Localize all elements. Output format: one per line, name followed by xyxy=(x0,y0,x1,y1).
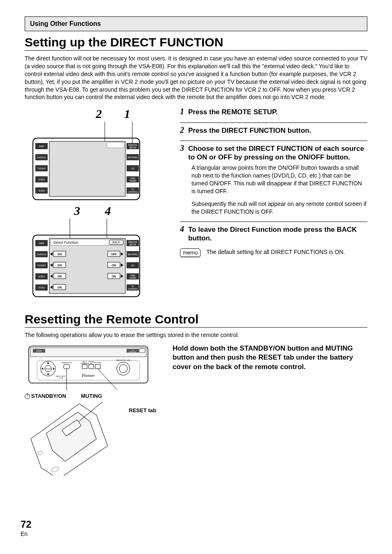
step-title: Choose to set the DIRECT FUNCTION of eac… xyxy=(188,144,367,162)
power-icon xyxy=(25,394,30,399)
diagram-column: 2 1 AMP DVD/LD TV/SAT VCR1 VCR2 xyxy=(25,107,168,301)
svg-text:MD/TAPE1: MD/TAPE1 xyxy=(128,253,138,256)
svg-text:MUTING: MUTING xyxy=(95,362,101,364)
reset-intro: The following operations allow you to er… xyxy=(25,332,367,338)
svg-text:TUNER: TUNER xyxy=(129,277,136,279)
svg-text:CONTROL: CONTROL xyxy=(128,191,138,193)
intro-paragraph: The direct function will not be necessar… xyxy=(25,55,367,101)
step-number: 4 xyxy=(180,224,184,234)
step-body-2: Subsequently the nub will not appear on … xyxy=(191,200,367,216)
svg-text:SETUP: SETUP xyxy=(129,146,136,149)
svg-text:Pioneer: Pioneer xyxy=(81,373,95,378)
step-3: 3 Choose to set the DIRECT FUNCTION of e… xyxy=(180,141,367,216)
svg-rect-3 xyxy=(49,141,125,196)
standby-on-label: STANDBY/ON xyxy=(25,393,66,399)
svg-text:MD/TAPE1: MD/TAPE1 xyxy=(128,156,138,159)
memo-note: memo The default setting for all DIRECT … xyxy=(180,248,367,257)
svg-text:Direct Function: Direct Function xyxy=(53,240,78,245)
svg-text:TV/SAT: TV/SAT xyxy=(37,264,46,267)
callouts-top: 2 1 xyxy=(41,107,185,121)
svg-point-109 xyxy=(119,365,127,373)
svg-text:AMP: AMP xyxy=(39,242,44,245)
svg-text:OPERATION: OPERATION xyxy=(81,363,89,365)
section-header: Using Other Functions xyxy=(25,16,367,31)
svg-text:MASTER VOLUME: MASTER VOLUME xyxy=(116,359,131,361)
svg-text:ON: ON xyxy=(112,264,116,267)
callout-1: 1 xyxy=(124,107,130,121)
svg-text:VCR1: VCR1 xyxy=(38,275,45,278)
svg-text:ON: ON xyxy=(58,264,62,267)
step-number: 2 xyxy=(180,125,184,135)
svg-text:SETUP: SETUP xyxy=(129,243,136,246)
remote-diagram-1: AMP DVD/LD TV/SAT VCR1 VCR2 REMOTESETUP … xyxy=(25,122,148,204)
muting-label: MUTING xyxy=(81,393,102,399)
svg-rect-27 xyxy=(107,142,124,148)
svg-text:ON: ON xyxy=(58,275,62,278)
page-number-value: 72 xyxy=(21,519,32,530)
remote-back-diagram xyxy=(25,402,111,476)
svg-text:VCR1: VCR1 xyxy=(38,178,45,181)
steps-column: 1 Press the REMOTE SETUP. 2 Press the DI… xyxy=(180,107,367,301)
reset-tab-label: RESET tab xyxy=(113,405,156,413)
reset-diagram-column: VCR2 TVCONTROL ENTER STANDBY/ON xyxy=(25,344,156,476)
svg-text:ON: ON xyxy=(112,275,116,278)
callout-2: 2 xyxy=(96,107,102,121)
section-header-text: Using Other Functions xyxy=(30,20,101,27)
svg-text:CD: CD xyxy=(131,264,134,267)
svg-text:CONTROL: CONTROL xyxy=(128,288,138,290)
svg-text:AMP: AMP xyxy=(39,145,44,148)
svg-text:TUNER: TUNER xyxy=(129,180,136,182)
svg-text:STANDBY/ON: STANDBY/ON xyxy=(61,362,72,364)
svg-text:VCR2: VCR2 xyxy=(38,189,45,192)
step-2: 2 Press the DIRECT FUNCTION button. xyxy=(180,122,367,135)
svg-text:ENTER: ENTER xyxy=(45,368,51,370)
label-row: STANDBY/ON MUTING xyxy=(25,393,156,399)
callout-4: 4 xyxy=(105,204,111,218)
svg-text:OFF: OFF xyxy=(111,253,117,256)
svg-text:on/off: on/off xyxy=(59,377,63,379)
heading-direct-function: Setting up the DIRECT FUNCTION xyxy=(25,35,367,51)
page-number: 72 En xyxy=(21,519,32,538)
svg-text:TV/SAT: TV/SAT xyxy=(37,167,46,170)
memo-text: The default setting for all DIRECT FUNCT… xyxy=(206,248,345,256)
memo-icon: memo xyxy=(180,248,201,257)
remote-diagram-2: Direct Function BACK AMP DVD/LD TV/SAT V… xyxy=(25,219,148,301)
remote-diagram-3: VCR2 TVCONTROL ENTER STANDBY/ON xyxy=(25,344,152,391)
svg-text:VCR2: VCR2 xyxy=(38,286,45,289)
step-number: 3 xyxy=(180,143,184,153)
step-4: 4 To leave the Direct Function mode pres… xyxy=(180,222,367,243)
heading-resetting: Resetting the Remote Control xyxy=(25,312,367,328)
svg-text:ON: ON xyxy=(58,253,62,256)
step-body: A triangular arrow points from the ON/OF… xyxy=(191,164,367,195)
svg-text:CD: CD xyxy=(131,167,134,170)
reset-instruction: Hold down both the STANDBY/ON button and… xyxy=(173,344,367,371)
step-title: Press the REMOTE SETUP. xyxy=(188,108,278,116)
step-title: To leave the Direct Function mode press … xyxy=(188,225,367,243)
svg-text:BACK: BACK xyxy=(112,241,120,244)
svg-text:DVD/LD: DVD/LD xyxy=(37,253,46,256)
page-lang: En xyxy=(21,531,28,537)
callout-3: 3 xyxy=(74,204,80,218)
step-title: Press the DIRECT FUNCTION button. xyxy=(188,126,311,135)
svg-text:VCR2: VCR2 xyxy=(36,350,42,352)
step-1: 1 Press the REMOTE SETUP. xyxy=(180,107,367,116)
callouts-mid: 3 4 xyxy=(21,204,164,218)
svg-text:DVD/LD: DVD/LD xyxy=(37,156,46,159)
svg-text:OFF: OFF xyxy=(90,363,93,365)
svg-text:ON: ON xyxy=(58,286,62,289)
svg-text:CONTROL: CONTROL xyxy=(129,351,137,353)
